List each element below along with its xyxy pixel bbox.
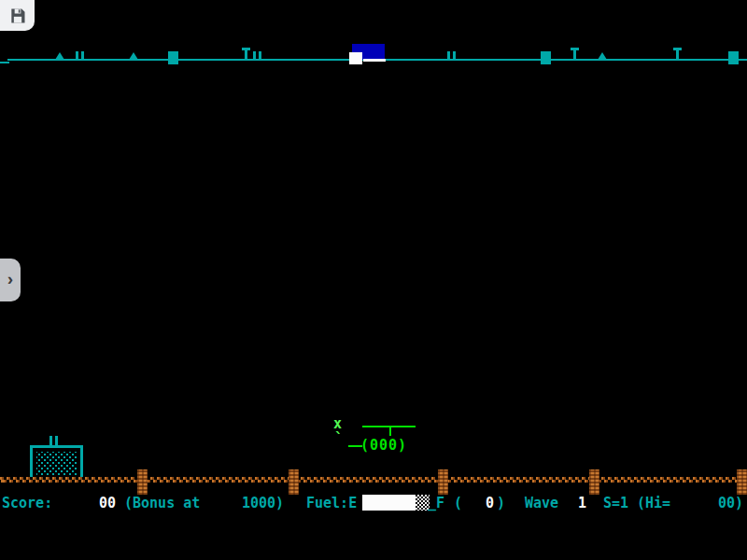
- wave-label: Wave: [525, 495, 558, 511]
- radar-blip-triangle: [55, 52, 64, 60]
- radar-blip-square: [728, 51, 739, 64]
- fuel-label: Fuel:E: [306, 495, 357, 511]
- sidebar-toggle-button[interactable]: ›: [0, 259, 21, 301]
- lander-tick: `: [334, 433, 344, 444]
- radar-blip-bars: [76, 51, 84, 60]
- status-bar: Score: 00 (Bonus at 1000) Fuel:E _F ( 0 …: [0, 493, 747, 513]
- radar-blip-triangle: [598, 52, 607, 60]
- tank-chimney: [49, 436, 52, 445]
- radar-blip-tee: [676, 48, 679, 60]
- lander-mast: [389, 426, 391, 436]
- lander-body: (000): [360, 438, 407, 453]
- bonus-value: 1000): [242, 495, 284, 511]
- ground-texture-row: [0, 480, 747, 483]
- fuel-count-value: 0: [486, 495, 494, 511]
- wave-value: 1: [578, 495, 586, 511]
- fuel-count-close: ): [497, 495, 505, 511]
- radar-blip-square: [168, 51, 178, 64]
- fuel-gauge-fill: [362, 495, 416, 511]
- radar-blip-tee: [245, 48, 247, 60]
- ground-post: [289, 469, 299, 495]
- tank-right-wall: [80, 445, 83, 477]
- radar-blip-tee: [573, 48, 576, 60]
- radar-blip-triangle: [129, 52, 138, 60]
- save-button[interactable]: [0, 0, 35, 31]
- tank-chimney: [55, 436, 58, 445]
- radar-line-stub: [0, 62, 9, 63]
- game-screen[interactable]: x ` (000) Score: 00 (Bonus at 1000) Fuel…: [0, 0, 747, 560]
- score-value: 00: [99, 495, 116, 511]
- ships-label: S=1: [603, 495, 628, 511]
- hi-label: (Hi=: [637, 495, 670, 511]
- radar-viewport-underline: [363, 59, 386, 62]
- radar-blip-square: [541, 51, 551, 64]
- fuel-end-label: _F: [428, 495, 444, 511]
- ground-post: [737, 469, 747, 495]
- tank-fill-pattern: [36, 452, 78, 476]
- ground-post: [438, 469, 448, 495]
- fuel-count-open: (: [454, 495, 462, 511]
- score-label: Score:: [2, 495, 52, 511]
- ground-post: [589, 469, 599, 495]
- bonus-label: (Bonus at: [124, 495, 200, 511]
- tank-left-wall: [30, 445, 33, 477]
- ground-post: [137, 469, 148, 495]
- floppy-disk-icon: [8, 7, 27, 25]
- radar-player-marker: [349, 52, 362, 64]
- radar-blip-bars: [253, 51, 261, 60]
- hi-value: 00): [718, 495, 743, 511]
- radar-blip-bars: [447, 51, 456, 60]
- chevron-right-icon: ›: [7, 269, 13, 289]
- tank-top-edge: [30, 445, 83, 448]
